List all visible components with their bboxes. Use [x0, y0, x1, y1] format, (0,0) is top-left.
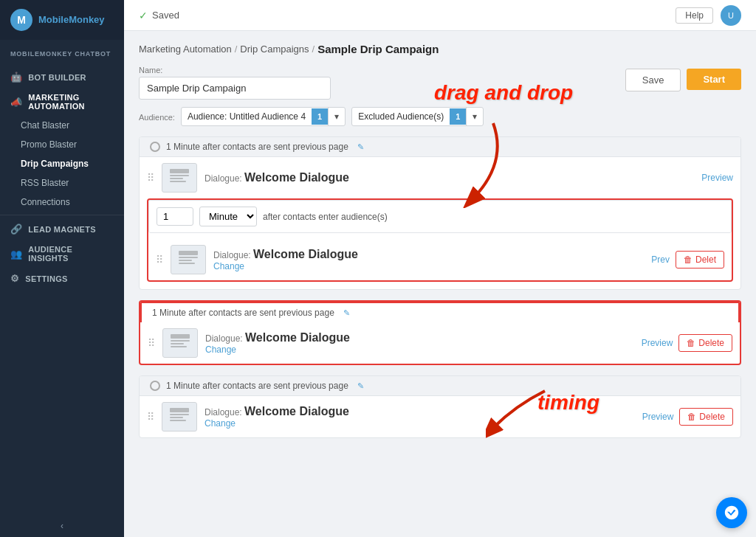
trash-icon: 🗑 [684, 254, 693, 265]
excluded-audience-text: Excluded Audience(s) [352, 108, 450, 125]
step-3-radio[interactable] [150, 381, 160, 391]
svg-rect-14 [170, 408, 189, 412]
sidebar-section-chatbot: MobileMonkey Chatbot [0, 40, 124, 66]
sidebar-sub-item-chat-blaster[interactable]: Chat Blaster [0, 116, 124, 135]
svg-rect-17 [170, 420, 186, 421]
breadcrumb-current: Sample Drip Campaign [317, 43, 439, 55]
excluded-audience-select[interactable]: Excluded Audience(s) 1 ▾ [351, 107, 484, 126]
sidebar-logo: M MobileMonkey [0, 0, 124, 40]
step-1-edit-icon[interactable]: ✎ [357, 142, 364, 152]
name-label: Name: [139, 66, 625, 75]
step-2-header-text: 1 Minute after contacts are sent previou… [152, 308, 334, 318]
sidebar-collapse-button[interactable]: ‹ [0, 515, 124, 537]
audience-badge: 1 [312, 108, 328, 125]
sidebar-item-label: AUDIENCE INSIGHTS [28, 245, 114, 263]
step-2-edit-icon[interactable]: ✎ [343, 308, 350, 318]
messenger-fab[interactable] [716, 497, 747, 528]
topbar-saved: ✓ Saved [139, 10, 179, 21]
drip-step-1-section: 1 Minute after contacts are sent previou… [139, 136, 741, 290]
step-2-actions: Preview 🗑 Delete [642, 334, 732, 352]
step-2-drag-handle[interactable]: ⠿ [148, 337, 155, 349]
svg-rect-2 [170, 169, 189, 173]
excluded-badge: 1 [450, 108, 466, 125]
step-1-inner-preview-link[interactable]: Prev [651, 254, 670, 265]
start-button[interactable]: Start [687, 69, 741, 90]
step-1-radio[interactable] [150, 142, 160, 152]
svg-rect-7 [179, 257, 198, 258]
drip-step-2: 1 Minute after contacts are sent previou… [139, 300, 741, 365]
step-2-dlg-label: Dialogue: [205, 333, 245, 344]
step-1-preview-link[interactable]: Preview [701, 173, 733, 183]
step-2-dialogue-info: Dialogue: Welcome Dialogue Change [205, 331, 634, 355]
breadcrumb-sep-2: / [312, 44, 315, 55]
step-1-inner-drag-handle[interactable]: ⠿ [156, 254, 163, 266]
step-1-inner-delete-button[interactable]: 🗑 Delet [676, 251, 724, 268]
lead-magnets-icon: 🔗 [10, 224, 22, 235]
sidebar-item-marketing-automation[interactable]: 📣 MARKETING AUTOMATION [0, 88, 124, 116]
step-1-inner-highlighted: Minute Hour Day after contacts enter aud… [147, 198, 733, 282]
step-1-inner-dlg-label: Dialogue: [213, 250, 253, 260]
sidebar-sub-item-connections[interactable]: Connections [0, 193, 124, 212]
audience-label-text: Audience: [139, 113, 175, 122]
sidebar-item-bot-builder[interactable]: 🤖 BOT BUILDER [0, 66, 124, 88]
timing-number-input[interactable] [157, 207, 193, 226]
logo-monkey: Monkey [69, 14, 104, 25]
step-2-change-link[interactable]: Change [205, 344, 634, 355]
sidebar-item-audience-insights[interactable]: 👥 AUDIENCE INSIGHTS [0, 240, 124, 268]
page-content: drag and drop timing [124, 31, 756, 537]
sidebar-sub-item-rss-blaster[interactable]: RSS Blaster [0, 173, 124, 193]
step-3-drag-handle[interactable]: ⠿ [147, 411, 154, 423]
audience-label: Audience: [139, 110, 175, 123]
svg-rect-15 [170, 414, 189, 415]
step-1-outer-dialogue-row: ⠿ Dialogue: Welcome Dialogue Preview [140, 157, 740, 198]
step-1-inner-actions: Prev 🗑 Delet [651, 251, 724, 268]
step-3-dialogue-row: ⠿ Dialogue: Welcome Dialogue Change Prev… [140, 396, 740, 437]
svg-rect-4 [170, 178, 183, 179]
audience-dropdown-arrow[interactable]: ▾ [328, 108, 345, 125]
step-2-preview-link[interactable]: Preview [642, 338, 673, 348]
step-1-change-link[interactable]: Change [213, 261, 644, 271]
drip-step-1: 1 Minute after contacts are sent previou… [139, 136, 741, 290]
step-1-drag-handle[interactable]: ⠿ [147, 172, 154, 184]
step-1-inner-dlg-name: Welcome Dialogue [253, 248, 358, 260]
breadcrumb-sep-1: / [235, 44, 238, 55]
sidebar-sub-item-drip-campaigns[interactable]: Drip Campaigns [0, 154, 124, 173]
step-1-inner-dialogue-icon [171, 245, 206, 274]
step-1-header-text: 1 Minute after contacts are sent previou… [166, 142, 348, 152]
step-3-edit-icon[interactable]: ✎ [357, 381, 364, 391]
svg-rect-3 [170, 175, 189, 176]
step-2-dialogue-row: ⠿ Dialogue: Welcome Dialogue Change Prev… [140, 322, 740, 364]
svg-rect-6 [179, 251, 198, 255]
step-2-delete-button[interactable]: 🗑 Delete [678, 334, 732, 352]
sidebar-item-lead-magnets[interactable]: 🔗 LEAD MAGNETS [0, 218, 124, 240]
svg-rect-11 [171, 340, 190, 342]
step-3-change-link[interactable]: Change [205, 418, 635, 429]
sidebar-sub-item-promo-blaster[interactable]: Promo Blaster [0, 135, 124, 154]
bot-builder-icon: 🤖 [10, 72, 22, 83]
step-3-delete-button[interactable]: 🗑 Delete [679, 408, 733, 426]
step-3-actions: Preview 🗑 Delete [642, 408, 733, 426]
timing-unit-select[interactable]: Minute Hour Day [199, 207, 257, 226]
audience-select[interactable]: Audience: Untitled Audience 4 1 ▾ [181, 107, 346, 126]
svg-rect-16 [170, 417, 183, 418]
sidebar-item-label: BOT BUILDER [28, 73, 86, 82]
step-1-header: 1 Minute after contacts are sent previou… [140, 137, 740, 157]
sidebar-item-settings[interactable]: ⚙ SETTINGS [0, 268, 124, 289]
saved-label: Saved [152, 10, 179, 21]
step-1-dialogue-name: Welcome Dialogue [244, 171, 349, 184]
step-3-header-text: 1 Minute after contacts are sent previou… [166, 381, 348, 391]
sidebar-item-label: LEAD MAGNETS [28, 225, 96, 234]
campaign-header: Name: Audience: Audience: Untitled Audie… [139, 66, 741, 126]
step-3-preview-link[interactable]: Preview [642, 412, 674, 422]
svg-rect-8 [179, 260, 192, 261]
breadcrumb-marketing-automation[interactable]: Marketing Automation [139, 44, 232, 55]
campaign-name-input[interactable] [139, 77, 331, 100]
main-wrapper: ✓ Saved Help U drag and drop timing [124, 0, 756, 537]
help-button[interactable]: Help [676, 7, 713, 24]
excluded-dropdown-arrow[interactable]: ▾ [466, 108, 483, 125]
audience-row: Audience: Audience: Untitled Audience 4 … [139, 107, 625, 126]
save-button[interactable]: Save [625, 69, 681, 91]
drip-step-2-section: 1 Minute after contacts are sent previou… [139, 300, 741, 365]
breadcrumb-drip-campaigns[interactable]: Drip Campaigns [240, 44, 309, 55]
topbar: ✓ Saved Help U [124, 0, 756, 31]
